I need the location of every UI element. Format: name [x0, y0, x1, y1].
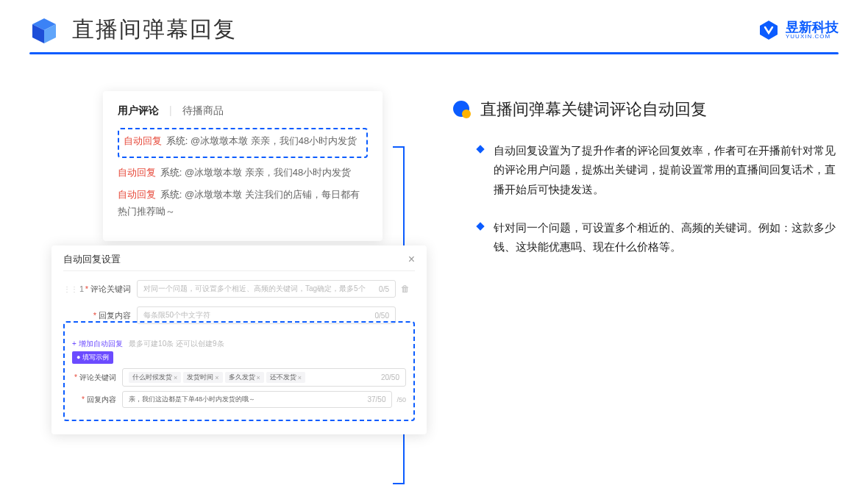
example-keyword-row: *评论关键词 什么时候发货× 发货时间× 多久发货× 还不发货× 20/50 — [72, 368, 406, 387]
section-subtitle: 直播间弹幕关键词评论自动回复 — [480, 98, 707, 121]
page-title: 直播间弹幕回复 — [72, 15, 237, 45]
system-tag: 系统: — [160, 189, 182, 200]
bullet-paragraph: 自动回复设置为了提升作者的评论回复效率，作者可在开播前针对常见的评论用户问题，提… — [452, 141, 839, 199]
diamond-icon — [476, 222, 484, 230]
tab-divider: | — [169, 104, 172, 118]
comment-row: 自动回复 系统: @冰墩墩本墩 关注我们的店铺，每日都有热门推荐呦～ — [118, 186, 368, 220]
comment-row: 自动回复 系统: @冰墩墩本墩 亲亲，我们48小时内发货 — [124, 132, 362, 149]
system-tag: 系统: — [166, 135, 188, 146]
settings-header: 自动回复设置 × — [63, 253, 415, 271]
keyword-count: 0/5 — [379, 285, 389, 293]
tab-pending-goods[interactable]: 待播商品 — [182, 104, 224, 118]
example-box: + 增加自动回复 最多可建10条 还可以创建9条 ● 填写示例 *评论关键词 什… — [63, 321, 415, 421]
keyword-row: ⋮⋮ 1 *评论关键词 对同一个问题，可设置多个相近、高频的关键词，Tag确定，… — [63, 280, 415, 298]
comments-card: 用户评论 | 待播商品 自动回复 系统: @冰墩墩本墩 亲亲，我们48小时内发货… — [103, 91, 383, 241]
settings-title: 自动回复设置 — [63, 253, 121, 266]
comment-text: @冰墩墩本墩 亲亲，我们48小时内发货 — [185, 167, 351, 178]
keyword-label: *评论关键词 — [84, 284, 131, 295]
logo-subtext: YUUXIN.COM — [786, 34, 839, 40]
brand-logo: 昱新科技 YUUXIN.COM — [758, 19, 839, 41]
auto-reply-tag: 自动回复 — [124, 135, 162, 146]
subtitle-row: 直播间弹幕关键词评论自动回复 — [452, 98, 839, 121]
example-reply-row: *回复内容 亲，我们这边都是下单48小时内发货的哦～ 37/50 /50 — [72, 391, 406, 408]
keyword-chip[interactable]: 发货时间× — [183, 372, 222, 383]
auto-reply-tag: 自动回复 — [118, 167, 156, 178]
reply-label: *回复内容 — [84, 310, 131, 321]
logo-text: 昱新科技 — [786, 21, 839, 34]
comment-text: @冰墩墩本墩 亲亲，我们48小时内发货 — [191, 135, 357, 146]
logo-icon — [758, 19, 780, 41]
close-icon[interactable]: × — [408, 253, 415, 266]
example-badge: ● 填写示例 — [72, 351, 113, 364]
comments-tabs: 用户评论 | 待播商品 — [118, 104, 368, 118]
row-handle[interactable]: ⋮⋮ 1 — [63, 284, 84, 293]
keyword-chip[interactable]: 还不发货× — [266, 372, 305, 383]
bullet-icon — [452, 100, 472, 119]
keyword-input[interactable]: 对同一个问题，可设置多个相近、高频的关键词，Tag确定，最多5个 0/5 — [137, 280, 396, 298]
example-keyword-count: 20/50 — [381, 373, 399, 381]
reply-placeholder: 每条限50个中文字符 — [143, 310, 210, 320]
content-area: 用户评论 | 待播商品 自动回复 系统: @冰墩墩本墩 亲亲，我们48小时内发货… — [0, 54, 868, 276]
add-reply-link[interactable]: + 增加自动回复 — [72, 339, 123, 349]
bullet-paragraph: 针对同一个问题，可设置多个相近的、高频的关键词。例如：这款多少钱、这块能优惠吗、… — [452, 218, 839, 257]
comment-row: 自动回复 系统: @冰墩墩本墩 亲亲，我们48小时内发货 — [118, 164, 368, 181]
left-column: 用户评论 | 待播商品 自动回复 系统: @冰墩墩本墩 亲亲，我们48小时内发货… — [29, 91, 423, 276]
add-reply-hint: 最多可建10条 还可以创建9条 — [129, 340, 224, 348]
example-reply-label: *回复内容 — [72, 395, 116, 405]
highlighted-comment: 自动回复 系统: @冰墩墩本墩 亲亲，我们48小时内发货 — [118, 128, 368, 158]
auto-reply-tag: 自动回复 — [118, 189, 156, 200]
reply-count: 0/50 — [375, 312, 389, 320]
example-reply-count: 37/50 — [367, 395, 385, 403]
example-keyword-label: *评论关键词 — [72, 373, 116, 383]
keyword-placeholder: 对同一个问题，可设置多个相近、高频的关键词，Tag确定，最多5个 — [143, 284, 366, 294]
example-reply-text: 亲，我们这边都是下单48小时内发货的哦～ — [129, 395, 255, 404]
example-keyword-input[interactable]: 什么时候发货× 发货时间× 多久发货× 还不发货× 20/50 — [122, 368, 406, 387]
right-column: 直播间弹幕关键词评论自动回复 自动回复设置为了提升作者的评论回复效率，作者可在开… — [423, 91, 839, 276]
diamond-icon — [476, 145, 484, 153]
paragraph-text: 自动回复设置为了提升作者的评论回复效率，作者可在开播前针对常见的评论用户问题，提… — [494, 141, 839, 199]
paragraph-text: 针对同一个问题，可设置多个相近的、高频的关键词。例如：这款多少钱、这块能优惠吗、… — [494, 218, 839, 257]
settings-card: 自动回复设置 × ⋮⋮ 1 *评论关键词 对同一个问题，可设置多个相近、高频的关… — [51, 245, 427, 434]
cube-icon — [29, 15, 59, 45]
keyword-chip[interactable]: 什么时候发货× — [129, 372, 181, 383]
tab-user-comments[interactable]: 用户评论 — [118, 104, 159, 118]
page-header: 直播间弹幕回复 昱新科技 YUUXIN.COM — [0, 0, 868, 52]
keyword-chip[interactable]: 多久发货× — [225, 372, 264, 383]
svg-point-4 — [462, 110, 471, 118]
example-reply-input[interactable]: 亲，我们这边都是下单48小时内发货的哦～ 37/50 — [122, 391, 392, 408]
system-tag: 系统: — [160, 167, 182, 178]
side-count: /50 — [396, 396, 406, 403]
delete-icon[interactable]: 🗑 — [396, 284, 415, 294]
